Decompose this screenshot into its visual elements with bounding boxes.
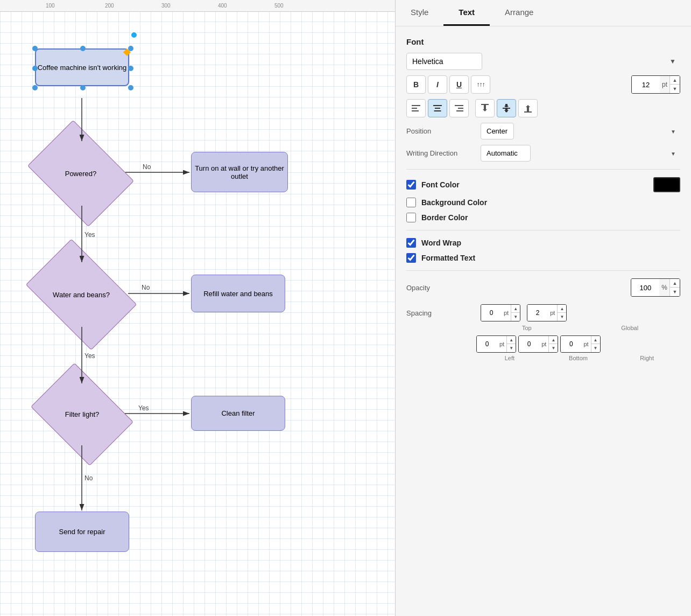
tab-style[interactable]: Style [396,0,443,26]
font-size-input[interactable]: 12 [632,76,660,93]
spacing-top-down[interactable]: ▼ [511,313,520,321]
rotate-handle[interactable] [130,31,138,39]
formatted-text-label: Formatted Text [421,254,475,262]
spacing-left-up[interactable]: ▲ [507,336,516,344]
divider3 [406,270,680,271]
spacing-global-input[interactable] [527,305,548,321]
panel-tabs: Style Text Arrange [396,0,691,26]
font-color-swatch[interactable] [653,177,680,192]
underline-button[interactable]: U [449,75,469,94]
valign-top-button[interactable] [475,99,495,117]
border-color-checkbox[interactable] [406,213,416,222]
position-select[interactable]: Left Center Right [481,123,514,139]
node-turn-on-label: Turn on at wall or try another outlet [192,164,287,180]
node-start-label: Coffee machine isn't working [38,64,127,72]
spacing-top-row: Spacing pt ▲ ▼ pt ▲ ▼ [406,304,680,321]
writing-direction-select[interactable]: Automatic Left to Right Right to Left [481,145,531,162]
handle-bl[interactable] [32,85,38,90]
opacity-input[interactable]: 100 [631,279,659,296]
svg-rect-20 [455,105,463,106]
align-center-button[interactable] [428,99,447,117]
tab-arrange[interactable]: Arrange [490,0,548,26]
svg-text:Yes: Yes [84,352,95,360]
formatted-text-checkbox[interactable] [406,253,416,263]
background-color-label: Background Color [421,198,487,207]
position-row: Position Left Center Right [406,123,680,139]
spacing-bottom-up[interactable]: ▲ [549,336,558,344]
spacing-global-input-wrap: pt ▲ ▼ [527,304,567,321]
spacing-top-input[interactable] [481,305,502,321]
spacing-global-down[interactable]: ▼ [558,313,566,321]
node-refill[interactable]: Refill water and beans [191,275,285,312]
opacity-spinner: 100 % ▲ ▼ [631,278,680,297]
canvas-area[interactable]: 100 200 300 400 500 No Yes No Yes Yes No [0,0,396,616]
spacing-left-input[interactable] [477,336,497,352]
valign-middle-button[interactable] [497,99,516,117]
handle-mr[interactable] [128,66,133,71]
node-clean-filter-label: Clean filter [221,409,255,417]
spacing-right-down[interactable]: ▼ [591,344,600,352]
spacing-global-spinners: ▲ ▼ [557,305,566,321]
word-wrap-label: Word Wrap [421,239,461,247]
node-powered[interactable]: Powered? [38,141,124,206]
spacing-right-unit: pt [581,341,590,347]
font-family-row: Helvetica Arial Times New Roman ▼ [406,53,680,70]
handle-ml[interactable] [32,66,38,71]
spacing-bottom-spinners: ▲ ▼ [548,336,558,352]
svg-rect-17 [433,105,442,106]
handle-tl[interactable] [32,46,38,51]
spacing-left-spinners: ▲ ▼ [506,336,516,352]
spacing-bottom-input[interactable] [519,336,539,352]
node-send-repair[interactable]: Send for repair [35,512,129,552]
writing-direction-label: Writing Direction [406,149,476,157]
font-size-spinner: 12 pt ▲ ▼ [631,75,680,94]
spacing-top-up[interactable]: ▲ [511,305,520,313]
border-color-label: Border Color [421,213,468,222]
align-right-button[interactable] [449,99,469,117]
node-filter-light-label: Filter light? [63,408,102,421]
svg-rect-23 [481,104,489,105]
word-wrap-checkbox[interactable] [406,238,416,248]
divider2 [406,230,680,230]
increase-size-button[interactable]: ↑↑↑ [471,75,490,94]
font-size-up[interactable]: ▲ [670,76,680,85]
spacing-global-up[interactable]: ▲ [558,305,566,313]
spacing-bottom-down[interactable]: ▼ [549,344,558,352]
svg-text:Yes: Yes [84,231,95,239]
spacing-left-down[interactable]: ▼ [507,344,516,352]
handle-bc[interactable] [80,85,86,90]
svg-marker-30 [504,110,509,113]
spacing-right-up[interactable]: ▲ [591,336,600,344]
node-clean-filter[interactable]: Clean filter [191,396,285,431]
svg-marker-28 [504,104,509,107]
opacity-down[interactable]: ▼ [670,288,680,296]
spacing-global-unit: pt [548,310,557,316]
font-color-checkbox[interactable] [406,180,416,190]
spacing-bottom-row: pt ▲ ▼ pt ▲ ▼ pt [476,335,680,353]
spacing-top-spinners: ▲ ▼ [511,305,520,321]
right-panel: Style Text Arrange Font Helvetica Arial … [396,0,691,616]
tab-text[interactable]: Text [443,0,490,26]
svg-rect-15 [412,108,417,109]
font-size-down[interactable]: ▼ [670,85,680,93]
italic-button[interactable]: I [428,75,447,94]
bold-button[interactable]: B [406,75,426,94]
svg-marker-25 [483,109,487,111]
font-family-select[interactable]: Helvetica Arial Times New Roman [406,53,482,70]
node-turn-on[interactable]: Turn on at wall or try another outlet [191,152,288,192]
handle-br[interactable] [128,85,133,90]
background-color-checkbox[interactable] [406,198,416,207]
node-filter-light[interactable]: Filter light? [40,383,124,445]
font-family-arrow-icon: ▼ [669,58,676,65]
spacing-right-input[interactable] [561,336,581,352]
node-refill-label: Refill water and beans [203,290,273,298]
spacing-top-label: Top [476,325,577,331]
node-start[interactable]: Coffee machine isn't working [35,48,129,86]
position-label: Position [406,127,476,135]
align-left-button[interactable] [406,99,426,117]
valign-bottom-button[interactable] [518,99,538,117]
opacity-up[interactable]: ▲ [670,279,680,288]
node-water-beans[interactable]: Water and beans? [35,262,128,327]
handle-tc[interactable] [80,46,86,51]
font-color-label: Font Color [421,180,460,189]
